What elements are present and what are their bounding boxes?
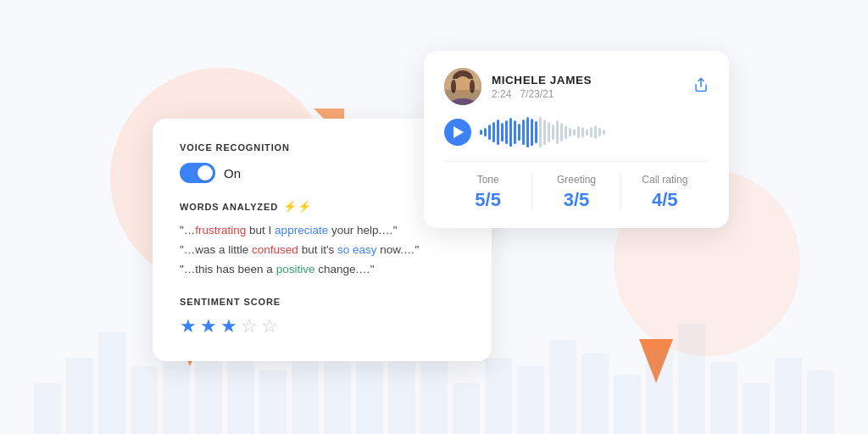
waveform-bar bbox=[526, 117, 529, 147]
star-filled: ★ bbox=[200, 315, 217, 337]
bg-bar bbox=[807, 370, 834, 434]
waveform-bar bbox=[484, 128, 487, 136]
bg-bar bbox=[98, 332, 125, 434]
call-name: MICHELE JAMES bbox=[492, 74, 592, 86]
share-icon[interactable] bbox=[693, 77, 709, 97]
metric-value: 5/5 bbox=[444, 189, 531, 211]
star-empty: ☆ bbox=[241, 315, 258, 337]
call-card: MICHELE JAMES 2:24 7/23/21 bbox=[424, 51, 729, 228]
metric-label: Call rating bbox=[621, 174, 709, 186]
waveform-bar bbox=[505, 120, 508, 144]
svg-point-5 bbox=[451, 80, 456, 93]
star-empty: ☆ bbox=[261, 315, 278, 337]
metric-item: Tone 5/5 bbox=[444, 174, 531, 211]
waveform-bar bbox=[548, 122, 550, 142]
quote-line: "…this has been a positive change.…" bbox=[180, 260, 465, 280]
waveform-bar bbox=[565, 125, 567, 139]
quotes-block: "…frustrating but I appreciate your help… bbox=[180, 221, 465, 280]
waveform-bar bbox=[492, 122, 495, 142]
waveform-bar bbox=[514, 120, 516, 144]
waveform-bar bbox=[581, 127, 584, 137]
voice-card-title: VOICE RECOGNITION bbox=[180, 142, 465, 153]
waveform-bar bbox=[531, 119, 533, 146]
waveform-bar bbox=[560, 123, 563, 142]
waveform-bar bbox=[518, 124, 520, 141]
bg-bar bbox=[34, 383, 61, 434]
waveform-bar bbox=[543, 120, 546, 145]
waveform-bar bbox=[501, 123, 504, 142]
waveform-bar bbox=[556, 120, 559, 144]
sentiment-section: SENTIMENT SCORE ★★★☆☆ bbox=[180, 297, 465, 337]
toggle-row: On bbox=[180, 163, 465, 183]
svg-point-6 bbox=[470, 80, 475, 93]
sentiment-stars: ★★★☆☆ bbox=[180, 315, 465, 337]
bg-bar bbox=[743, 383, 770, 434]
call-meta: 2:24 7/23/21 bbox=[492, 88, 592, 100]
play-icon bbox=[453, 126, 464, 138]
waveform-bar bbox=[480, 130, 482, 135]
waveform-row bbox=[444, 117, 709, 147]
quote-line: "…frustrating but I appreciate your help… bbox=[180, 221, 465, 241]
metric-item: Greeting 3/5 bbox=[531, 174, 620, 211]
cards-wrapper: VOICE RECOGNITION On WORDS ANALYZED ⚡⚡ "… bbox=[153, 51, 729, 390]
voice-recognition-toggle[interactable] bbox=[180, 163, 215, 183]
svg-point-4 bbox=[449, 98, 476, 105]
svg-point-3 bbox=[454, 76, 471, 97]
star-filled: ★ bbox=[220, 315, 237, 337]
metric-value: 4/5 bbox=[621, 189, 709, 211]
waveform-bar bbox=[577, 126, 580, 138]
waveform-bar bbox=[522, 120, 525, 145]
words-analyzed-title: WORDS ANALYZED ⚡⚡ bbox=[180, 200, 465, 213]
star-filled: ★ bbox=[180, 315, 197, 337]
waveform-bar bbox=[552, 125, 554, 140]
toggle-label: On bbox=[224, 166, 241, 181]
call-header: MICHELE JAMES 2:24 7/23/21 bbox=[444, 68, 709, 105]
sentiment-title: SENTIMENT SCORE bbox=[180, 297, 465, 307]
words-icon: ⚡⚡ bbox=[283, 200, 312, 213]
waveform-bar bbox=[497, 120, 499, 145]
metrics-row: Tone 5/5 Greeting 3/5 Call rating 4/5 bbox=[444, 161, 709, 211]
avatar-inner bbox=[444, 68, 481, 105]
call-date: 7/23/21 bbox=[520, 88, 554, 100]
waveform-bar bbox=[598, 128, 601, 136]
waveform bbox=[480, 117, 709, 147]
call-duration: 2:24 bbox=[492, 88, 511, 100]
waveform-bar bbox=[569, 128, 571, 136]
waveform-bar bbox=[509, 118, 512, 147]
metric-label: Tone bbox=[444, 174, 531, 186]
waveform-bar bbox=[586, 129, 588, 136]
quote-line: "…was a little confused but it's so easy… bbox=[180, 241, 465, 260]
waveform-bar bbox=[603, 130, 605, 135]
bg-bar bbox=[66, 358, 93, 434]
waveform-bar bbox=[488, 125, 491, 140]
call-info: MICHELE JAMES 2:24 7/23/21 bbox=[492, 74, 592, 100]
waveform-bar bbox=[539, 117, 542, 147]
metric-item: Call rating 4/5 bbox=[620, 174, 709, 211]
waveform-bar bbox=[535, 121, 537, 143]
metric-label: Greeting bbox=[532, 174, 620, 186]
call-header-left: MICHELE JAMES 2:24 7/23/21 bbox=[444, 68, 592, 105]
play-button[interactable] bbox=[444, 119, 471, 146]
waveform-bar bbox=[573, 129, 576, 136]
waveform-bar bbox=[594, 125, 597, 139]
bg-bar bbox=[775, 358, 802, 434]
metric-value: 3/5 bbox=[532, 189, 620, 211]
avatar bbox=[444, 68, 481, 105]
bg-bar bbox=[453, 383, 480, 434]
waveform-bar bbox=[590, 127, 593, 137]
